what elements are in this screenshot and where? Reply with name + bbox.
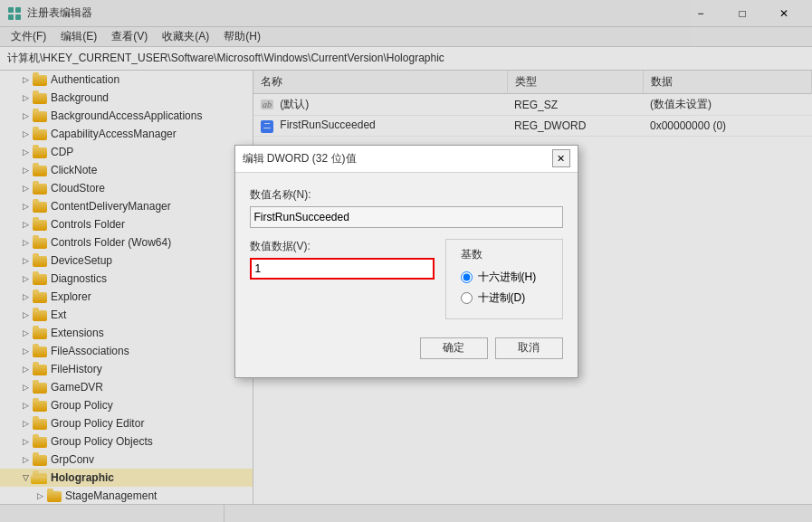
radix-title: 基数 — [461, 247, 548, 262]
data-label: 数值数据(V): — [250, 239, 435, 254]
cancel-button[interactable]: 取消 — [495, 337, 563, 359]
dec-label[interactable]: 十进制(D) — [478, 290, 526, 306]
dialog-buttons: 确定 取消 — [250, 334, 563, 363]
hex-radio[interactable] — [461, 271, 473, 283]
ok-button[interactable]: 确定 — [420, 337, 488, 359]
value-input[interactable] — [250, 258, 435, 280]
value-row: 数值数据(V): 基数 十六进制(H) 十进制(D) — [250, 239, 563, 319]
hex-radio-row[interactable]: 十六进制(H) — [461, 270, 548, 285]
dialog-body: 数值名称(N): 数值数据(V): 基数 十六进制(H) 十进制(D) — [235, 173, 578, 377]
dec-radio-row[interactable]: 十进制(D) — [461, 290, 548, 306]
value-input-wrap: 数值数据(V): — [250, 239, 435, 319]
hex-label[interactable]: 十六进制(H) — [478, 270, 537, 285]
modal-overlay: 编辑 DWORD (32 位)值 ✕ 数值名称(N): 数值数据(V): 基数 … — [0, 0, 812, 522]
dec-radio[interactable] — [461, 292, 473, 304]
dialog-title-bar: 编辑 DWORD (32 位)值 ✕ — [235, 146, 578, 173]
name-label: 数值名称(N): — [250, 187, 563, 203]
dialog-close-button[interactable]: ✕ — [552, 149, 570, 167]
dialog-title: 编辑 DWORD (32 位)值 — [243, 151, 552, 166]
radix-box: 基数 十六进制(H) 十进制(D) — [445, 239, 563, 319]
edit-dword-dialog: 编辑 DWORD (32 位)值 ✕ 数值名称(N): 数值数据(V): 基数 … — [234, 145, 578, 378]
name-input[interactable] — [250, 206, 563, 228]
